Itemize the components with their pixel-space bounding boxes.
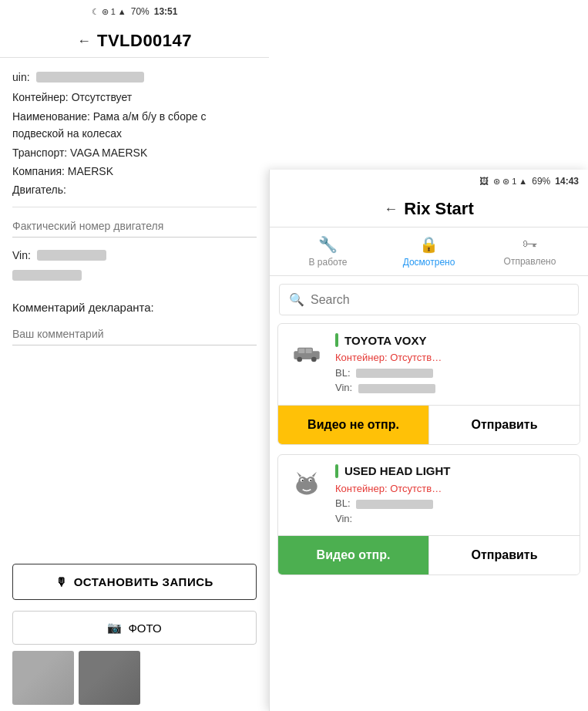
time-right: 14:43 <box>555 176 579 187</box>
tabs-bar: 🔧 В работе 🔒 Досмотрено 🗝 Отправлено <box>270 227 588 276</box>
stop-record-button[interactable]: 🎙 ОСТАНОВИТЬ ЗАПИСЬ <box>12 564 257 600</box>
green-indicator-2 <box>335 464 338 478</box>
comment-section: Комментарий декларанта: <box>12 298 257 345</box>
tab-inspected[interactable]: 🔒 Досмотрено <box>378 227 479 275</box>
card-actions-1: Видео не отпр. Отправить <box>278 405 580 444</box>
company-label: Компания: <box>12 165 65 177</box>
right-panel: 🖼 ⊛ ⊛ 1 ▲ 69% 14:43 ← Rix Start 🔧 В рабо… <box>269 170 588 711</box>
time-left: 13:51 <box>154 6 178 17</box>
engine-input[interactable] <box>12 215 257 238</box>
video-not-sent-button-1[interactable]: Видео не отпр. <box>278 406 428 444</box>
tab-in-work[interactable]: 🔧 В работе <box>277 227 378 275</box>
car-detail-2: Контейнер: Отсутств… BL: Vin: <box>335 481 570 527</box>
tab-in-work-label: В работе <box>308 257 347 268</box>
vin-section: Vin: <box>12 247 257 286</box>
status-icons-left: ☾ ⊛ 1 ▲ <box>92 7 126 17</box>
name-row: Наименование: Рама а/м б/у в сборе с под… <box>12 108 257 143</box>
key-icon: 🗝 <box>522 235 538 253</box>
car-name-bar-2: USED HEAD LIGHT <box>335 464 570 478</box>
page-title-left: TVLD00147 <box>97 31 192 51</box>
company-row: Компания: MAERSK <box>12 163 257 180</box>
bl-value-1 <box>356 369 433 378</box>
car-name-bar-1: TOYOTA VOXY <box>335 333 570 347</box>
transport-row: Транспорт: VAGA MAERSK <box>12 144 257 161</box>
bl-label-1: BL: <box>335 367 351 379</box>
container-detail-2: Контейнер: Отсутств… <box>335 483 442 494</box>
header-right: ← Rix Start <box>270 193 588 227</box>
lock-icon: 🔒 <box>419 235 438 254</box>
content-left: uin: Контейнер: Отсутствует Наименование… <box>0 58 269 551</box>
photo-button[interactable]: 📷 ФОТО <box>12 611 257 645</box>
card-toyota-voxy: TOYOTA VOXY Контейнер: Отсутств… BL: Vin… <box>277 323 580 445</box>
photo-button-label: ФОТО <box>128 622 161 635</box>
image-icon: 🖼 <box>479 176 489 187</box>
car-info-2: USED HEAD LIGHT Контейнер: Отсутств… BL:… <box>335 464 570 527</box>
car-svg-1 <box>291 341 322 364</box>
battery-left: 70% <box>131 6 150 17</box>
green-indicator-1 <box>335 333 338 347</box>
svg-rect-5 <box>306 349 312 353</box>
card-actions-2: Видео отпр. Отправить <box>278 535 580 575</box>
vin-row: Vin: <box>12 247 257 264</box>
svg-point-3 <box>311 357 317 362</box>
company-value: MAERSK <box>68 165 113 177</box>
car-icon-1 <box>287 333 326 372</box>
vin-extra-blurred <box>12 270 82 281</box>
back-arrow-left[interactable]: ← <box>77 33 91 49</box>
svg-point-11 <box>302 480 304 481</box>
name-label: Наименование: <box>12 110 90 123</box>
svg-point-12 <box>310 480 311 481</box>
svg-rect-4 <box>298 349 304 353</box>
comment-input[interactable] <box>12 323 257 345</box>
uin-label: uin: <box>12 69 30 86</box>
thumbnail-1[interactable] <box>12 651 74 705</box>
card-top-2: USED HEAD LIGHT Контейнер: Отсутств… BL:… <box>278 455 580 536</box>
search-icon: 🔍 <box>289 292 304 307</box>
cards-area: TOYOTA VOXY Контейнер: Отсутств… BL: Vin… <box>270 323 588 711</box>
uin-value-blurred <box>36 72 144 83</box>
vin-detail-label-1: Vin: <box>335 382 352 393</box>
left-panel: ☾ ⊛ 1 ▲ 70% 13:51 ← TVLD00147 uin: Конте… <box>0 0 269 711</box>
status-icons-right: ⊛ ⊛ 1 ▲ <box>493 177 527 187</box>
search-bar: 🔍 <box>279 284 579 315</box>
send-button-2[interactable]: Отправить <box>428 536 580 575</box>
container-detail-1: Контейнер: Отсутств… <box>335 352 442 363</box>
vin-label: Vin: <box>12 247 31 264</box>
search-input[interactable] <box>311 293 569 307</box>
container-label: Контейнер: <box>12 91 69 103</box>
mic-off-icon: 🎙 <box>55 575 68 588</box>
page-title-right: Rix Start <box>404 199 473 219</box>
car-info-1: TOYOTA VOXY Контейнер: Отсутств… BL: Vin… <box>335 333 570 396</box>
comment-label: Комментарий декларанта: <box>12 298 257 317</box>
bl-label-2: BL: <box>335 497 351 509</box>
camera-icon: 📷 <box>107 621 122 635</box>
photo-thumbnails <box>0 645 269 711</box>
video-sent-button-2[interactable]: Видео отпр. <box>278 536 428 575</box>
container-value: Отсутствует <box>72 91 133 103</box>
card-used-headlight: USED HEAD LIGHT Контейнер: Отсутств… BL:… <box>277 454 580 576</box>
uin-row: uin: <box>12 69 257 86</box>
divider-1 <box>12 207 257 207</box>
back-arrow-right[interactable]: ← <box>384 201 398 217</box>
transport-label: Транспорт: <box>12 147 67 159</box>
card-top-1: TOYOTA VOXY Контейнер: Отсутств… BL: Vin… <box>278 324 580 405</box>
bl-value-2 <box>356 500 433 509</box>
engine-label: Двигатель: <box>12 184 66 196</box>
car-name-1: TOYOTA VOXY <box>344 334 426 347</box>
send-button-1[interactable]: Отправить <box>428 406 580 444</box>
svg-point-2 <box>297 357 302 362</box>
tab-sent[interactable]: 🗝 Отправлено <box>479 227 580 275</box>
thumbnail-2[interactable] <box>79 651 140 705</box>
car-name-2: USED HEAD LIGHT <box>344 464 451 477</box>
status-bar-right: 🖼 ⊛ ⊛ 1 ▲ 69% 14:43 <box>270 170 588 193</box>
engine-row: Двигатель: <box>12 181 257 198</box>
vin-value-blurred <box>37 250 106 261</box>
transport-value: VAGA MAERSK <box>70 147 147 159</box>
tab-sent-label: Отправлено <box>504 256 556 267</box>
container-row: Контейнер: Отсутствует <box>12 89 257 106</box>
car-icon-2 <box>287 464 326 503</box>
header-left: ← TVLD00147 <box>0 23 269 58</box>
stop-button-label: ОСТАНОВИТЬ ЗАПИСЬ <box>74 575 213 588</box>
status-bar-left: ☾ ⊛ 1 ▲ 70% 13:51 <box>0 0 269 23</box>
vin-detail-label-2: Vin: <box>335 513 352 524</box>
